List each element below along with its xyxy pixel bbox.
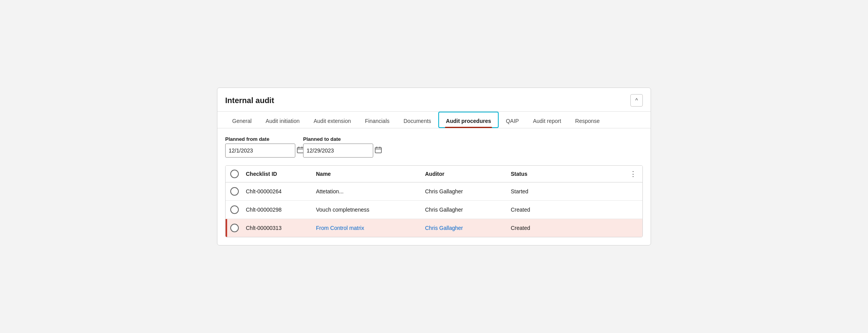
planned-to-calendar-icon[interactable] bbox=[375, 146, 382, 155]
row-name-2: Vouch completneness bbox=[316, 207, 425, 213]
row-checklist-id-2: Chlt-00000298 bbox=[246, 207, 316, 213]
row-status-3: Created bbox=[511, 225, 628, 231]
tab-audit-initiation[interactable]: Audit initiation bbox=[259, 112, 307, 128]
tab-financials[interactable]: Financials bbox=[358, 112, 397, 128]
col-name: Name bbox=[316, 171, 425, 177]
row-auditor-1: Chris Gallagher bbox=[425, 188, 511, 195]
svg-rect-0 bbox=[297, 147, 303, 153]
planned-to-label: Planned to date bbox=[303, 136, 373, 142]
planned-to-input-wrap[interactable] bbox=[303, 144, 373, 158]
svg-rect-4 bbox=[375, 147, 381, 153]
col-checklist-id: Checklist ID bbox=[246, 171, 316, 177]
tabs-row: General Audit initiation Audit extension… bbox=[217, 112, 651, 128]
planned-from-group: Planned from date bbox=[225, 136, 295, 158]
row-checkbox-1[interactable] bbox=[230, 187, 239, 196]
tab-audit-extension[interactable]: Audit extension bbox=[307, 112, 358, 128]
row-auditor-2: Chris Gallagher bbox=[425, 207, 511, 213]
table-header-row: Checklist ID Name Auditor Status ⋮ bbox=[226, 166, 642, 182]
row-status-1: Started bbox=[511, 188, 628, 195]
tab-audit-procedures[interactable]: Audit procedures bbox=[438, 112, 499, 128]
planned-to-group: Planned to date bbox=[303, 136, 373, 158]
row-checkbox-3[interactable] bbox=[230, 224, 239, 232]
col-auditor: Auditor bbox=[425, 171, 511, 177]
card-header: Internal audit ^ bbox=[217, 88, 651, 112]
planned-from-input-wrap[interactable] bbox=[225, 144, 295, 158]
table-row-selected[interactable]: Chlt-00000313 From Control matrix Chris … bbox=[226, 219, 642, 237]
row-status-2: Created bbox=[511, 207, 628, 213]
row-name-link-3[interactable]: From Control matrix bbox=[316, 225, 425, 231]
planned-from-label: Planned from date bbox=[225, 136, 295, 142]
row-auditor-link-3[interactable]: Chris Gallagher bbox=[425, 225, 511, 231]
row-name-1: Attetation... bbox=[316, 188, 425, 195]
table-row[interactable]: Chlt-00000298 Vouch completneness Chris … bbox=[226, 201, 642, 219]
date-fields: Planned from date Planned to date bbox=[225, 136, 643, 158]
tab-documents[interactable]: Documents bbox=[397, 112, 438, 128]
internal-audit-card: Internal audit ^ General Audit initiatio… bbox=[217, 88, 651, 245]
row-checklist-id-3: Chlt-00000313 bbox=[246, 225, 316, 231]
collapse-button[interactable]: ^ bbox=[630, 94, 643, 107]
tab-response[interactable]: Response bbox=[568, 112, 607, 128]
tab-general[interactable]: General bbox=[225, 112, 259, 128]
row-checklist-id-1: Chlt-00000264 bbox=[246, 188, 316, 195]
tab-qaip[interactable]: QAIP bbox=[499, 112, 526, 128]
row-checkbox-2[interactable] bbox=[230, 205, 239, 214]
col-status: Status bbox=[511, 171, 628, 177]
table-row[interactable]: Chlt-00000264 Attetation... Chris Gallag… bbox=[226, 182, 642, 201]
planned-to-input[interactable] bbox=[307, 147, 375, 154]
tab-audit-report[interactable]: Audit report bbox=[526, 112, 568, 128]
card-title: Internal audit bbox=[225, 96, 274, 105]
planned-from-input[interactable] bbox=[229, 147, 297, 154]
checklist-table: Checklist ID Name Auditor Status ⋮ Chlt-… bbox=[225, 165, 643, 237]
table-more-options-icon[interactable]: ⋮ bbox=[628, 170, 638, 178]
header-checkbox[interactable] bbox=[230, 170, 239, 178]
content-area: Planned from date Planned to date bbox=[217, 128, 651, 245]
